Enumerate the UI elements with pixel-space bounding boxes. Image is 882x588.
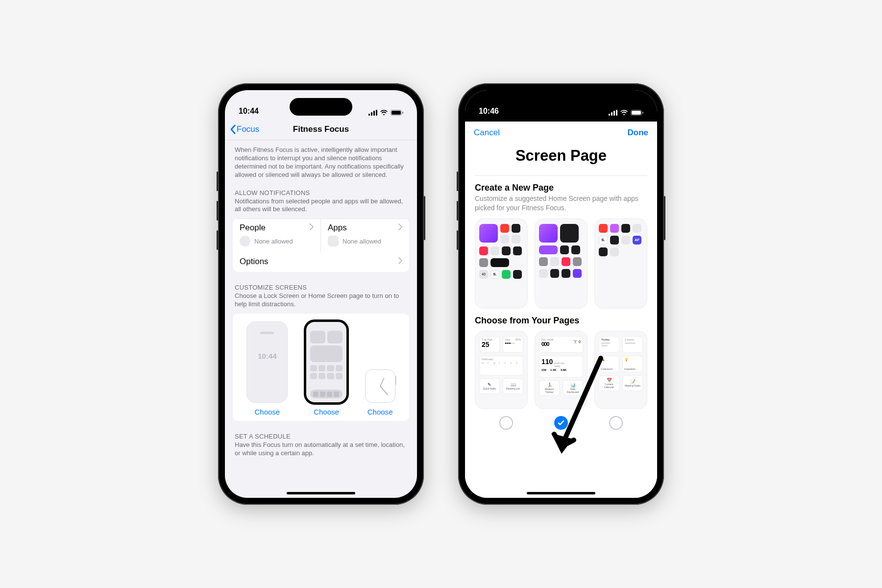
section-header-customize-screens: CUSTOMIZE SCREENS [225,281,417,292]
chevron-right-icon [398,223,402,233]
svg-rect-12 [632,111,641,115]
choose-watch-face[interactable]: Choose [365,408,395,416]
lock-screen-option[interactable]: 10:44 Choose [246,321,288,416]
home-screen-option[interactable]: Choose [306,321,347,416]
apps-label: Apps [328,223,347,233]
home-indicator[interactable] [527,492,595,494]
done-button[interactable]: Done [628,128,649,138]
svg-rect-0 [368,114,370,116]
iphone-mockup-left: 10:44 Focus Fitness Focus When Fitness F… [218,83,424,505]
checkmark-icon [557,419,565,427]
svg-rect-13 [642,112,643,114]
options-label: Options [240,257,269,267]
screen-settings-focus: 10:44 Focus Fitness Focus When Fitness F… [225,90,417,498]
nav-title: Fitness Focus [293,124,349,134]
suggested-page-2[interactable] [535,219,588,309]
status-icons [368,110,403,116]
back-label: Focus [237,124,259,134]
page-selector-row [475,416,647,430]
cellular-icon [609,110,617,116]
choose-home-screen[interactable]: Choose [306,408,347,416]
status-time: 10:44 [239,107,259,116]
settings-content[interactable]: When Fitness Focus is active, intelligen… [225,140,417,498]
sheet-header: Cancel Done [465,122,657,144]
status-icons [609,110,643,116]
section-sub-allow-notifications: Notifications from selected people and a… [225,197,417,218]
svg-rect-10 [616,110,617,116]
battery-icon [391,110,403,116]
page-select-2[interactable] [554,416,568,430]
watch-face-option[interactable]: Choose [365,330,395,416]
apps-sub: None allowed [343,238,381,245]
your-page-3[interactable]: Today 2 events 🔖Collections 💡Ins [594,331,647,409]
customize-screens-card: 10:44 Choose Choose [233,314,409,421]
svg-rect-2 [373,111,375,116]
section-sub-set-schedule: Have this Focus turn on automatically at… [225,441,417,462]
status-time: 10:46 [479,107,499,116]
svg-rect-5 [392,111,401,115]
battery-icon [631,110,643,116]
cellular-icon [368,110,377,116]
suggested-page-3[interactable]: S.AF [594,219,647,309]
chevron-left-icon [230,124,236,134]
focus-description: When Fitness Focus is active, intelligen… [225,145,417,186]
your-page-1[interactable]: Tue Feb 25 Day45% February MTWTFSS [475,331,528,409]
lock-screen-time: 10:44 [258,352,276,360]
create-new-page-title: Create a New Page [475,183,647,193]
svg-rect-8 [611,112,612,116]
screen-screen-page-sheet: 10:46 Cancel Done Screen Page Create a N… [465,90,657,498]
home-screen-preview-icon [306,321,347,403]
modal-sheet: Cancel Done Screen Page Create a New Pag… [465,122,657,498]
page-select-3[interactable] [609,416,623,430]
svg-rect-9 [613,111,615,116]
suggested-page-1[interactable]: 40S. [475,219,528,309]
sheet-title: Screen Page [465,144,657,172]
svg-rect-1 [371,112,372,116]
people-sub: None allowed [254,238,293,245]
dynamic-island [290,98,352,116]
choose-from-pages-title: Choose from Your Pages [475,316,647,326]
people-avatar-placeholder-icon [240,236,250,246]
people-label: People [240,223,266,233]
wifi-icon [380,110,388,116]
home-indicator[interactable] [287,492,355,494]
options-row[interactable]: Options [233,251,409,272]
svg-rect-3 [376,110,377,116]
choose-lock-screen[interactable]: Choose [246,408,288,416]
back-button[interactable]: Focus [230,124,259,134]
dynamic-island [530,98,592,116]
your-pages-row: Tue Feb 25 Day45% February MTWTFSS [475,331,647,409]
allow-notifications-card: People None allowed Apps [233,219,409,272]
apps-cell[interactable]: Apps None allowed [321,219,409,251]
svg-rect-6 [402,112,403,114]
iphone-mockup-right: 10:46 Cancel Done Screen Page Create a N… [458,83,664,505]
people-cell[interactable]: People None allowed [233,219,321,251]
wifi-icon [620,110,628,116]
cancel-button[interactable]: Cancel [474,128,500,138]
chevron-right-icon [310,223,314,233]
your-page-2[interactable]: this week000 🏋 0 110push-upstoday 2361.5… [535,331,588,409]
create-new-page-section: Create a New Page Customize a suggested … [465,175,657,430]
svg-marker-14 [551,433,573,454]
svg-rect-7 [609,114,610,116]
nav-bar: Focus Fitness Focus [225,119,417,140]
apps-icon-placeholder-icon [328,236,339,246]
page-select-1[interactable] [499,416,513,430]
watch-face-preview-icon [365,369,395,403]
section-header-allow-notifications: ALLOW NOTIFICATIONS [225,186,417,197]
chevron-right-icon [398,257,402,267]
section-header-set-schedule: SET A SCHEDULE [225,430,417,441]
suggested-pages-row: 40S. S.AF [475,219,647,309]
lock-screen-preview-icon: 10:44 [246,321,288,403]
section-sub-customize-screens: Choose a Lock Screen or Home Screen page… [225,292,417,313]
create-new-page-sub: Customize a suggested Home Screen page w… [475,194,647,213]
